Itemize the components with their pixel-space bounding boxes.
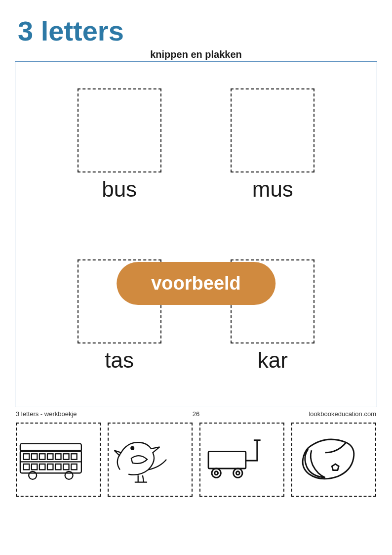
page-subtitle: knippen en plakken (15, 49, 377, 60)
svg-rect-15 (63, 464, 69, 470)
page-number: 26 (181, 410, 211, 418)
word-cell-mus: mus (223, 88, 322, 201)
svg-rect-13 (47, 464, 53, 470)
cutout-tile (291, 423, 376, 497)
svg-point-23 (212, 469, 221, 477)
svg-rect-8 (63, 454, 69, 460)
svg-rect-14 (55, 464, 61, 470)
paste-slot (78, 88, 161, 172)
activity-area: bus mus tas kar voorbeeld (15, 61, 377, 407)
svg-rect-7 (55, 454, 61, 460)
word-label: mus (223, 177, 322, 201)
svg-point-19 (131, 447, 134, 450)
svg-point-24 (215, 471, 218, 475)
sample-badge: voorbeeld (117, 262, 275, 305)
svg-rect-12 (39, 464, 45, 470)
svg-rect-16 (71, 464, 77, 470)
bag-icon (292, 430, 375, 489)
word-label: kar (223, 348, 322, 372)
word-label: bus (70, 177, 169, 201)
svg-rect-10 (24, 464, 29, 470)
cutout-tile (16, 423, 101, 497)
svg-rect-22 (208, 452, 246, 469)
bird-icon (109, 430, 192, 489)
svg-rect-3 (24, 454, 29, 460)
bus-icon (17, 430, 100, 489)
cutout-tile (108, 423, 193, 497)
svg-line-21 (143, 475, 144, 482)
svg-rect-5 (39, 454, 45, 460)
paste-slot (231, 88, 314, 172)
word-cell-bus: bus (70, 88, 169, 201)
svg-rect-9 (71, 454, 77, 460)
cutout-row (15, 423, 377, 497)
footer: 3 letters - werkboekje 26 lookbookeducat… (16, 410, 376, 418)
cart-icon (200, 430, 283, 489)
svg-point-26 (236, 471, 239, 475)
svg-point-25 (234, 469, 242, 477)
cutout-tile (199, 423, 284, 497)
word-row-top: bus mus (15, 88, 377, 201)
footer-left: 3 letters - werkboekje (16, 410, 181, 418)
word-label: tas (70, 348, 169, 372)
svg-rect-11 (32, 464, 37, 470)
svg-rect-4 (32, 454, 37, 460)
footer-right: lookbookeducation.com (211, 410, 376, 418)
svg-rect-6 (47, 454, 53, 460)
page-title: 3 letters (18, 15, 377, 47)
